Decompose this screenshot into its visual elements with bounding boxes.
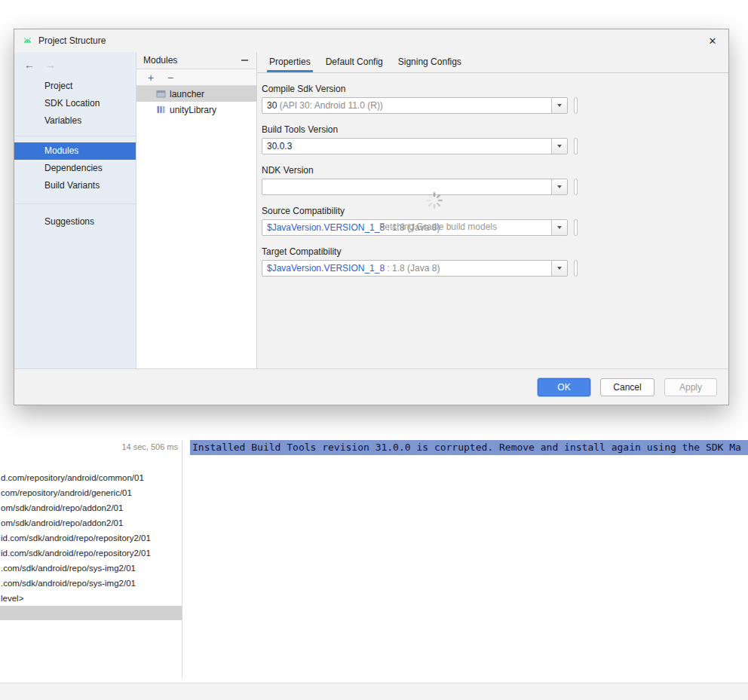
compile-sdk-value: 30 (API 30: Android 11.0 (R)) [262, 100, 551, 111]
field-marker [574, 260, 578, 277]
tree-row[interactable]: level> [0, 591, 182, 606]
compile-sdk-combobox[interactable]: 30 (API 30: Android 11.0 (R)) [262, 97, 568, 114]
forward-arrow-icon[interactable]: → [45, 59, 56, 71]
target-compatibility-value: $JavaVersion.VERSION_1_8 : 1.8 (Java 8) [262, 263, 551, 274]
target-compatibility-combobox[interactable]: $JavaVersion.VERSION_1_8 : 1.8 (Java 8) [262, 260, 568, 277]
tree-row[interactable]: d.com/repository/android/common/01 [0, 470, 182, 485]
console-selected-line[interactable]: Installed Build Tools revision 31.0.0 is… [190, 440, 748, 455]
dialog-title: Project Structure [38, 35, 106, 46]
field-marker [574, 219, 578, 236]
tree-row[interactable]: com/repository/android/generic/01 [0, 485, 182, 500]
compile-sdk-label: Compile Sdk Version [262, 84, 345, 94]
sidebar-item-suggestions[interactable]: Suggestions [14, 213, 136, 231]
library-icon [156, 105, 166, 115]
chevron-down-icon[interactable] [551, 139, 567, 154]
build-tools-combobox[interactable]: 30.0.3 [262, 138, 568, 154]
tree-row[interactable]: id.com/sdk/android/repo/repository2/01 [0, 546, 182, 561]
tab-bar: Properties Default Config Signing Config… [257, 52, 728, 73]
module-icon [156, 89, 166, 99]
sidebar-separator [14, 203, 136, 204]
remove-module-icon[interactable]: − [165, 72, 176, 84]
add-module-icon[interactable]: + [146, 72, 156, 84]
dialog-titlebar[interactable]: Project Structure ✕ [14, 29, 728, 52]
chevron-down-icon[interactable] [551, 261, 567, 276]
target-compatibility-label: Target Compatibility [262, 246, 341, 257]
modules-panel: Modules + − launcher unity [136, 52, 257, 368]
minimize-panel-icon[interactable] [239, 55, 250, 66]
build-output-tree: d.com/repository/android/common/01 com/r… [0, 470, 182, 606]
chevron-down-icon[interactable] [551, 220, 567, 235]
tree-row[interactable]: om/sdk/android/repo/addon2/01 [0, 500, 182, 515]
tab-signing-configs[interactable]: Signing Configs [391, 52, 469, 72]
ndk-version-label: NDK Version [262, 165, 314, 176]
field-marker [574, 97, 578, 114]
cancel-button[interactable]: Cancel [600, 378, 654, 396]
tree-row[interactable]: .com/sdk/android/repo/sys-img2/01 [0, 576, 182, 591]
android-studio-icon [22, 35, 33, 46]
project-structure-dialog: Project Structure ✕ ← → Project SDK Loca… [14, 29, 729, 405]
sidebar-separator [14, 136, 136, 136]
tree-row[interactable]: .com/sdk/android/repo/sys-img2/01 [0, 561, 182, 576]
sidebar-item-project[interactable]: Project [14, 78, 136, 95]
sidebar-item-sdk-location[interactable]: SDK Location [14, 95, 136, 112]
build-duration: 14 sec, 506 ms [0, 442, 178, 451]
panel-divider [182, 440, 182, 678]
module-item-unitylibrary[interactable]: unityLibrary [136, 102, 256, 118]
tree-row[interactable]: id.com/sdk/android/repo/repository2/01 [0, 530, 182, 546]
chevron-down-icon[interactable] [551, 98, 567, 113]
back-arrow-icon[interactable]: ← [24, 59, 35, 71]
build-tools-label: Build Tools Version [262, 124, 338, 135]
apply-button[interactable]: Apply [664, 378, 717, 396]
field-marker [574, 138, 578, 154]
dialog-sidebar: ← → Project SDK Location Variables Modul… [14, 52, 136, 368]
chevron-down-icon[interactable] [551, 179, 567, 194]
tree-row[interactable]: om/sdk/android/repo/addon2/01 [0, 515, 182, 530]
field-marker [574, 179, 578, 195]
sidebar-item-dependencies[interactable]: Dependencies [14, 160, 136, 177]
dialog-button-bar: OK Cancel Apply [14, 368, 728, 405]
close-icon[interactable]: ✕ [704, 32, 721, 49]
ndk-version-combobox[interactable] [262, 179, 568, 195]
tree-selected-row[interactable] [0, 606, 182, 620]
module-item-label: unityLibrary [170, 105, 216, 115]
tab-properties[interactable]: Properties [262, 52, 318, 72]
module-properties-content: Properties Default Config Signing Config… [257, 52, 728, 368]
module-item-label: launcher [170, 89, 204, 99]
module-item-launcher[interactable]: launcher [136, 86, 256, 102]
modules-panel-title: Modules [143, 55, 177, 66]
build-tools-value: 30.0.3 [262, 141, 551, 151]
source-compatibility-label: Source Compatibility [262, 206, 345, 216]
status-bar [0, 683, 748, 700]
sidebar-item-build-variants[interactable]: Build Variants [14, 177, 136, 194]
ok-button[interactable]: OK [538, 378, 590, 396]
tab-default-config[interactable]: Default Config [318, 52, 391, 72]
loading-spinner-icon [425, 191, 444, 210]
sidebar-item-variables[interactable]: Variables [14, 112, 136, 130]
sidebar-item-modules[interactable]: Modules [14, 142, 136, 160]
loading-status-text: Fetching Gradle build models [344, 222, 532, 232]
